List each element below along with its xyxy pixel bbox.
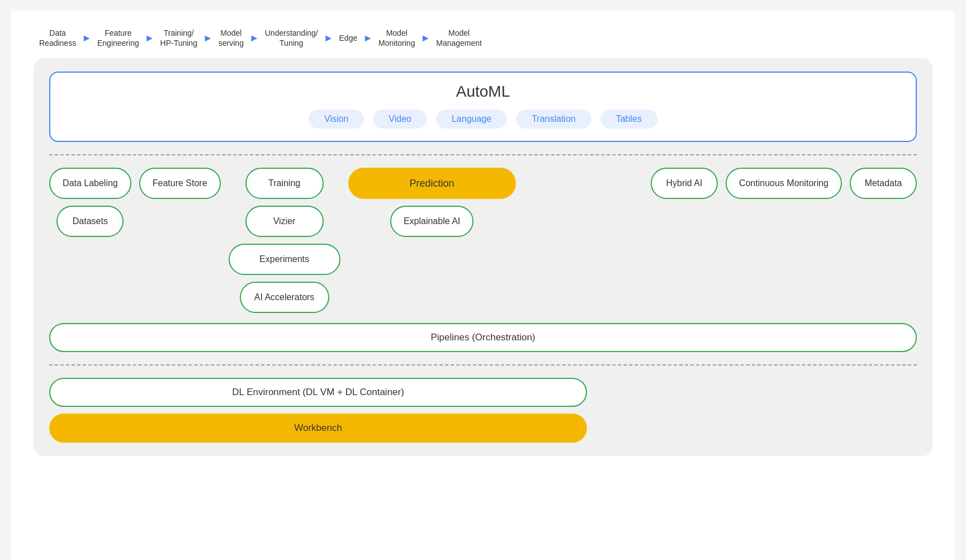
pill-training: Training: [245, 168, 324, 199]
pill-prediction: Prediction: [348, 168, 516, 199]
arrow-3: ►: [203, 32, 213, 44]
pipeline-step-edge: Edge: [339, 33, 358, 43]
pill-ai-accelerators: AI Accelerators: [240, 282, 329, 313]
chip-tables: Tables: [600, 110, 657, 129]
main-diagram: AutoML Vision Video Language Translation…: [34, 58, 932, 456]
arrow-1: ►: [82, 32, 92, 44]
col-feature-store: Feature Store: [139, 168, 221, 199]
col-hybrid-ai: Hybrid AI: [651, 168, 718, 199]
chip-language: Language: [436, 110, 507, 129]
pill-data-labeling: Data Labeling: [49, 168, 131, 199]
pipeline-step-data-readiness: Data Readiness: [39, 28, 76, 48]
pill-continuous-monitoring: Continuous Monitoring: [726, 168, 842, 199]
col-prediction: Prediction Explainable AI: [348, 168, 516, 237]
pipeline-step-model-monitoring: Model Monitoring: [378, 28, 415, 48]
pipeline-step-model-serving: Model serving: [219, 28, 244, 48]
components-flex: Data Labeling Datasets Feature Store Tra…: [49, 168, 917, 313]
dashed-separator-1: [49, 154, 917, 155]
pipeline-step-training: Training/ HP-Tuning: [160, 28, 197, 48]
col-training: Training Vizier Experiments AI Accelerat…: [229, 168, 340, 313]
arrow-4: ►: [249, 32, 259, 44]
dashed-separator-2: [49, 364, 917, 366]
pipeline-bar: Data Readiness ► Feature Engineering ► T…: [34, 28, 932, 48]
workbench-bar: Workbench: [49, 414, 587, 443]
dl-section: DL Environment (DL VM + DL Container) Wo…: [49, 378, 917, 443]
col-data-labeling: Data Labeling Datasets: [49, 168, 131, 237]
col-continuous-monitoring: Continuous Monitoring: [726, 168, 842, 199]
pill-feature-store: Feature Store: [139, 168, 221, 199]
chip-translation: Translation: [516, 110, 591, 129]
pipelines-bar: Pipelines (Orchestration): [49, 323, 917, 352]
automl-title: AutoML: [64, 83, 902, 101]
pill-hybrid-ai: Hybrid AI: [651, 168, 718, 199]
components-area: Data Labeling Datasets Feature Store Tra…: [49, 168, 917, 352]
arrow-7: ►: [420, 32, 430, 44]
pill-experiments: Experiments: [229, 244, 340, 275]
chip-vision: Vision: [309, 110, 364, 129]
pill-explainable-ai: Explainable AI: [390, 206, 473, 237]
pill-vizier: Vizier: [245, 206, 324, 237]
pill-metadata: Metadata: [850, 168, 917, 199]
pill-datasets: Datasets: [56, 206, 124, 237]
automl-chips: Vision Video Language Translation Tables: [64, 110, 902, 129]
col-metadata: Metadata: [850, 168, 917, 199]
arrow-2: ►: [145, 32, 155, 44]
dl-env-bar: DL Environment (DL VM + DL Container): [49, 378, 587, 407]
arrow-6: ►: [363, 32, 373, 44]
pipeline-step-understanding: Understanding/ Tuning: [265, 28, 318, 48]
chip-video: Video: [373, 110, 427, 129]
pipeline-step-feature-eng: Feature Engineering: [97, 28, 139, 48]
arrow-5: ►: [324, 32, 334, 44]
page-wrapper: Data Readiness ► Feature Engineering ► T…: [11, 11, 955, 560]
pipeline-step-model-mgmt: Model Management: [436, 28, 482, 48]
automl-section: AutoML Vision Video Language Translation…: [49, 72, 917, 142]
